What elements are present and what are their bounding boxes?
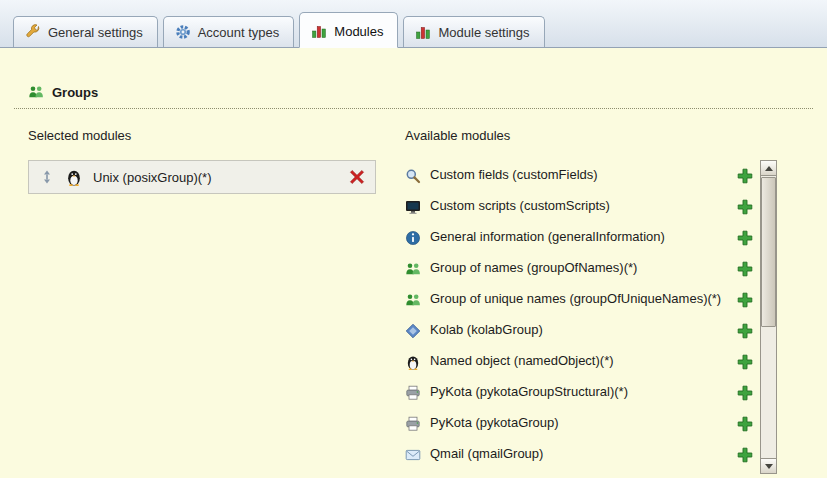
available-module-label: Group of names (groupOfNames)(*) bbox=[430, 261, 728, 276]
available-module-label: Custom scripts (customScripts) bbox=[430, 199, 728, 214]
add-module-button[interactable] bbox=[737, 292, 753, 308]
available-module-label: PyKota (pykotaGroupStructural)(*) bbox=[430, 385, 728, 400]
available-module-row: Custom fields (customFields) bbox=[405, 160, 755, 191]
available-modules-list: Custom fields (customFields) Custom scri… bbox=[405, 160, 755, 474]
available-module-label: Kolab (kolabGroup) bbox=[430, 323, 728, 338]
available-module-row: Group of unique names (groupOfUniqueName… bbox=[405, 284, 755, 315]
add-module-button[interactable] bbox=[737, 230, 753, 246]
available-module-label: PyKota (pykotaGroup) bbox=[430, 416, 728, 431]
available-module-row: PyKota (pykotaGroupStructural)(*) bbox=[405, 377, 755, 408]
selected-modules-list: Unix (posixGroup)(*) bbox=[28, 160, 376, 194]
kolab-icon bbox=[405, 323, 421, 339]
content-area: Groups Selected modules Available module… bbox=[0, 48, 827, 478]
triangle-down-icon bbox=[765, 464, 773, 469]
scroll-down-button[interactable] bbox=[761, 458, 776, 473]
add-module-button[interactable] bbox=[737, 261, 753, 277]
section-header: Groups bbox=[28, 84, 98, 100]
drag-handle-icon[interactable] bbox=[39, 169, 55, 185]
tab-account-types[interactable]: Account types bbox=[163, 16, 295, 47]
available-module-label: General information (generalInformation) bbox=[430, 230, 728, 245]
add-module-button[interactable] bbox=[737, 447, 753, 463]
penguin-icon bbox=[65, 168, 83, 186]
add-module-button[interactable] bbox=[737, 199, 753, 215]
tab-general-settings[interactable]: General settings bbox=[13, 16, 158, 47]
tab-label: Modules bbox=[334, 24, 383, 39]
add-module-button[interactable] bbox=[737, 323, 753, 339]
penguin-icon bbox=[405, 354, 421, 370]
tab-label: General settings bbox=[48, 25, 143, 40]
modules-icon bbox=[415, 24, 431, 40]
printer-icon bbox=[405, 385, 421, 401]
wrench-icon bbox=[25, 24, 41, 40]
add-module-button[interactable] bbox=[737, 416, 753, 432]
available-modules-area: Custom fields (customFields) Custom scri… bbox=[405, 160, 777, 474]
available-module-row: PyKota (pykotaGroup) bbox=[405, 408, 755, 439]
available-module-row: Named object (namedObject)(*) bbox=[405, 346, 755, 377]
triangle-up-icon bbox=[765, 166, 773, 171]
available-module-row: General information (generalInformation) bbox=[405, 222, 755, 253]
add-module-button[interactable] bbox=[737, 354, 753, 370]
available-module-row: Kolab (kolabGroup) bbox=[405, 315, 755, 346]
add-module-button[interactable] bbox=[737, 168, 753, 184]
available-module-row: Group of names (groupOfNames)(*) bbox=[405, 253, 755, 284]
gear-icon bbox=[175, 24, 191, 40]
info-icon bbox=[405, 230, 421, 246]
available-module-row: Custom scripts (customScripts) bbox=[405, 191, 755, 222]
scroll-up-button[interactable] bbox=[761, 161, 776, 176]
remove-module-button[interactable] bbox=[349, 169, 365, 185]
section-divider bbox=[14, 108, 813, 109]
available-module-label: Group of unique names (groupOfUniqueName… bbox=[430, 292, 728, 307]
mail-icon bbox=[405, 447, 421, 463]
group-icon bbox=[405, 261, 421, 277]
tab-label: Account types bbox=[198, 25, 280, 40]
add-module-button[interactable] bbox=[737, 385, 753, 401]
group-icon bbox=[405, 292, 421, 308]
selected-module-label: Unix (posixGroup)(*) bbox=[93, 170, 339, 185]
available-modules-heading: Available modules bbox=[405, 128, 510, 143]
scrollbar-thumb[interactable] bbox=[761, 177, 776, 327]
screen-icon bbox=[405, 199, 421, 215]
magnifier-icon bbox=[405, 168, 421, 184]
lam-configuration-page: General settings Account types Modules M… bbox=[0, 0, 827, 486]
available-module-label: Named object (namedObject)(*) bbox=[430, 354, 728, 369]
printer-icon bbox=[405, 416, 421, 432]
available-module-row: Qmail (qmailGroup) bbox=[405, 439, 755, 470]
available-module-label: Qmail (qmailGroup) bbox=[430, 447, 728, 462]
section-title: Groups bbox=[52, 85, 98, 100]
modules-icon bbox=[311, 23, 327, 39]
available-module-label: Custom fields (customFields) bbox=[430, 168, 728, 183]
selected-module-row: Unix (posixGroup)(*) bbox=[28, 160, 376, 194]
groups-icon bbox=[28, 84, 44, 100]
selected-modules-heading: Selected modules bbox=[28, 128, 131, 143]
tab-modules[interactable]: Modules bbox=[299, 12, 398, 48]
tab-bar: General settings Account types Modules M… bbox=[0, 0, 827, 48]
scrollbar-track[interactable] bbox=[761, 176, 776, 458]
tab-module-settings[interactable]: Module settings bbox=[403, 16, 544, 47]
tab-label: Module settings bbox=[438, 25, 529, 40]
scrollbar[interactable] bbox=[760, 160, 777, 474]
